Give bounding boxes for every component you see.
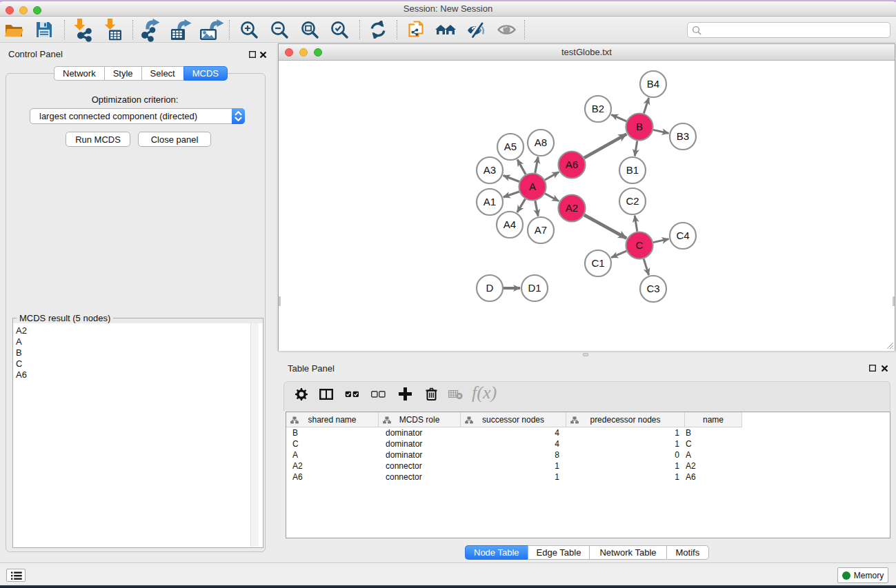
svg-text:A8: A8 xyxy=(535,136,547,148)
svg-text:C: C xyxy=(636,239,644,251)
svg-text:A3: A3 xyxy=(484,164,496,176)
svg-text:B1: B1 xyxy=(626,164,639,176)
svg-text:C2: C2 xyxy=(626,195,639,207)
svg-text:C4: C4 xyxy=(676,230,689,241)
svg-text:C3: C3 xyxy=(646,283,659,294)
svg-text:A: A xyxy=(529,181,536,192)
svg-text:A4: A4 xyxy=(504,219,516,230)
svg-text:A7: A7 xyxy=(535,224,547,236)
svg-text:A1: A1 xyxy=(484,196,496,207)
svg-text:D: D xyxy=(486,282,494,294)
svg-text:A5: A5 xyxy=(504,141,517,152)
svg-text:B: B xyxy=(636,121,643,132)
svg-text:B3: B3 xyxy=(677,130,689,142)
svg-text:B2: B2 xyxy=(592,103,604,114)
svg-text:D1: D1 xyxy=(528,282,541,294)
svg-text:A6: A6 xyxy=(566,159,578,170)
svg-text:B4: B4 xyxy=(647,78,659,90)
svg-text:C1: C1 xyxy=(591,257,604,269)
svg-text:A2: A2 xyxy=(566,202,578,214)
